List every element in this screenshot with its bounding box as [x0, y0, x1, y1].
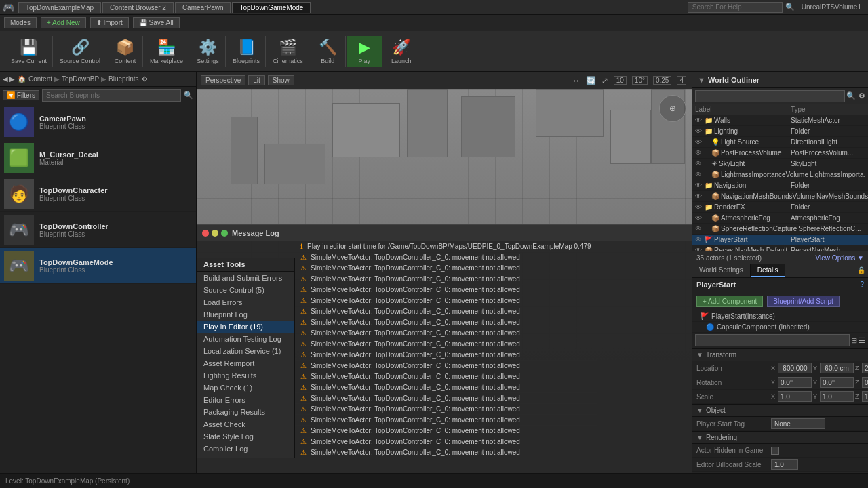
component-search-input[interactable]: [695, 334, 850, 346]
home-icon[interactable]: 🏠: [18, 75, 26, 83]
tool-cinematics[interactable]: 🎬 Cinematics: [267, 36, 309, 67]
log-error-16[interactable]: ⚠ SimpleMoveToActor: TopDownController_C…: [295, 426, 597, 436]
log-error-17[interactable]: ⚠ SimpleMoveToActor: TopDownController_C…: [295, 436, 597, 447]
log-error-12[interactable]: ⚠ SimpleMoveToActor: TopDownController_C…: [295, 382, 597, 393]
scale-snap-icon[interactable]: 0.25: [653, 76, 671, 85]
log-error-8[interactable]: ⚠ SimpleMoveToActor: TopDownController_C…: [295, 339, 597, 350]
grid-snap-icon[interactable]: 10: [614, 76, 627, 85]
eye-icon-playerstart[interactable]: 👁: [695, 236, 702, 243]
asset-item-character[interactable]: 🧑 TopDownCharacter Blueprint Class: [0, 176, 196, 212]
log-error-13[interactable]: ⚠ SimpleMoveToActor: TopDownController_C…: [295, 393, 597, 404]
show-button[interactable]: Show: [268, 75, 294, 85]
log-error-7[interactable]: ⚠ SimpleMoveToActor: TopDownController_C…: [295, 328, 597, 339]
outliner-reflection[interactable]: 👁 📦 SphereReflectionCapture SphereReflec…: [692, 224, 868, 235]
eye-icon-lightsource[interactable]: 👁: [695, 138, 702, 146]
rotation-z-input[interactable]: [862, 377, 868, 388]
eye-icon-navmesh[interactable]: 👁: [695, 192, 702, 200]
player-start-tag-input[interactable]: [771, 418, 825, 429]
outliner-recastnav[interactable]: 👁 📦 RecastNavMesh-Default RecastNavMesh: [692, 245, 868, 251]
outliner-options-icon[interactable]: ⚙: [859, 92, 865, 100]
breadcrumb-topdownbp[interactable]: TopDownBP: [62, 75, 99, 83]
asset-tool-play-in-editor[interactable]: Play In Editor (19): [197, 321, 294, 333]
log-close-green[interactable]: [221, 230, 228, 237]
transform-section-header[interactable]: ▼ Transform: [692, 348, 868, 361]
log-close-yellow[interactable]: [212, 230, 218, 237]
tab-topdown-map[interactable]: TopDownExampleMap: [18, 2, 101, 13]
scale-x-input[interactable]: [778, 391, 812, 402]
eye-icon-skylight[interactable]: 👁: [695, 160, 702, 167]
asset-item-controller[interactable]: 🎮 TopDownController Blueprint Class: [0, 212, 196, 248]
save-all-button[interactable]: 💾 Save All: [133, 17, 180, 28]
gizmo-rotate-icon[interactable]: 🔄: [586, 76, 596, 85]
tool-save-current[interactable]: 💾 Save Current: [5, 36, 53, 67]
asset-tool-compiler[interactable]: Compiler Log: [197, 443, 294, 455]
add-new-button[interactable]: + Add New: [41, 17, 86, 28]
outliner-view-options[interactable]: View Options ▼: [816, 254, 864, 262]
location-x-input[interactable]: [778, 363, 812, 373]
outliner-collapse-icon[interactable]: ▼: [698, 76, 705, 84]
asset-item-gamemode[interactable]: 🎮 TopDownGameMode Blueprint Class: [0, 248, 196, 284]
log-error-6[interactable]: ⚠ SimpleMoveToActor: TopDownController_C…: [295, 317, 597, 328]
rotation-y-input[interactable]: [820, 377, 854, 388]
log-error-2[interactable]: ⚠ SimpleMoveToActor: TopDownController_C…: [295, 274, 597, 285]
outliner-lightsource[interactable]: 👁 💡 Light Source DirectionalLight: [692, 137, 868, 148]
log-error-9[interactable]: ⚠ SimpleMoveToActor: TopDownController_C…: [295, 350, 597, 361]
log-error-18[interactable]: ⚠ SimpleMoveToActor: TopDownController_C…: [295, 447, 597, 458]
eye-icon-lighting[interactable]: 👁: [695, 127, 702, 135]
asset-tool-asset-check[interactable]: Asset Check: [197, 418, 294, 430]
outliner-lightmass[interactable]: 👁 📦 LightmassImportanceVolume LightmassI…: [692, 169, 868, 180]
eye-icon-walls[interactable]: 👁: [695, 117, 702, 124]
log-close-red[interactable]: [202, 230, 209, 237]
rendering-section-header[interactable]: ▼ Rendering: [692, 431, 868, 444]
eye-icon-fog[interactable]: 👁: [695, 214, 702, 222]
asset-tool-lighting[interactable]: Lighting Results: [197, 369, 294, 382]
tab-content-browser[interactable]: Content Browser 2: [102, 2, 174, 13]
rotation-x-input[interactable]: [778, 377, 812, 388]
lit-button[interactable]: Lit: [248, 75, 265, 85]
filter-button[interactable]: 🔽 Filters: [3, 90, 39, 100]
outliner-search-input[interactable]: [695, 90, 845, 102]
asset-tool-blueprint-log[interactable]: Blueprint Log: [197, 308, 294, 321]
details-lock-icon[interactable]: 🔒: [854, 264, 868, 277]
log-error-3[interactable]: ⚠ SimpleMoveToActor: TopDownController_C…: [295, 285, 597, 296]
outliner-navigation[interactable]: 👁 📁 Navigation Folder: [692, 180, 868, 191]
log-error-14[interactable]: ⚠ SimpleMoveToActor: TopDownController_C…: [295, 404, 597, 415]
log-error-5[interactable]: ⚠ SimpleMoveToActor: TopDownController_C…: [295, 306, 597, 317]
scale-z-input[interactable]: [862, 391, 868, 402]
component-grid-view-icon[interactable]: ⊞: [851, 336, 857, 345]
eye-icon-lightmass[interactable]: 👁: [695, 171, 702, 178]
camera-speed-icon[interactable]: 4: [677, 76, 686, 85]
outliner-renderfx[interactable]: 👁 📁 RenderFX Folder: [692, 202, 868, 213]
asset-tool-slate-style[interactable]: Slate Style Log: [197, 430, 294, 443]
asset-tool-map-check[interactable]: Map Check (1): [197, 382, 294, 394]
outliner-postprocess[interactable]: 👁 📦 PostProcessVolume PostProcessVolum..…: [692, 148, 868, 159]
tool-blueprints[interactable]: 📘 Blueprints: [227, 36, 266, 67]
eye-icon-reflection[interactable]: 👁: [695, 225, 702, 232]
log-error-11[interactable]: ⚠ SimpleMoveToActor: TopDownController_C…: [295, 371, 597, 382]
tool-source-control[interactable]: 🔗 Source Control: [54, 36, 106, 67]
log-error-0[interactable]: ⚠ SimpleMoveToActor: TopDownController_C…: [295, 252, 597, 263]
viewport[interactable]: ⊕ Message Log Asset Tools Build and: [197, 89, 692, 488]
modes-button[interactable]: Modes: [4, 17, 37, 28]
gizmo-translate-icon[interactable]: ↔: [572, 76, 580, 85]
asset-tool-localization[interactable]: Localization Service (1): [197, 345, 294, 357]
search-icon[interactable]: 🔍: [184, 91, 193, 100]
tool-content[interactable]: 📦 Content: [108, 36, 143, 67]
actor-hidden-checkbox[interactable]: [771, 447, 779, 455]
location-y-input[interactable]: [820, 363, 854, 373]
outliner-navmesh[interactable]: 👁 📦 NavigationMeshBoundsVolume NavMeshBo…: [692, 191, 868, 202]
asset-tool-asset-reimport[interactable]: Asset Reimport: [197, 357, 294, 369]
billboard-scale-input[interactable]: [771, 459, 798, 470]
outliner-playerstart[interactable]: 👁 🚩 PlayerStart PlayerStart: [692, 235, 868, 245]
tool-launch[interactable]: 🚀 Launch: [384, 36, 419, 67]
asset-item-cursor[interactable]: 🟩 M_Cursor_Decal Material: [0, 140, 196, 176]
search-help-input[interactable]: [688, 2, 783, 13]
forward-icon[interactable]: ▶: [9, 75, 15, 83]
tool-settings[interactable]: ⚙️ Settings: [191, 36, 226, 67]
component-capsule[interactable]: 🔵 CapsuleComponent (Inherited): [692, 322, 868, 333]
perspective-button[interactable]: Perspective: [201, 75, 245, 85]
log-error-4[interactable]: ⚠ SimpleMoveToActor: TopDownController_C…: [295, 296, 597, 306]
asset-item-camerapawn[interactable]: 🔵 CamearPawn Blueprint Class: [0, 104, 196, 140]
asset-tool-build-submit[interactable]: Build and Submit Errors: [197, 272, 294, 284]
component-playerstart[interactable]: 🚩 PlayerStart(Instance): [692, 311, 868, 322]
